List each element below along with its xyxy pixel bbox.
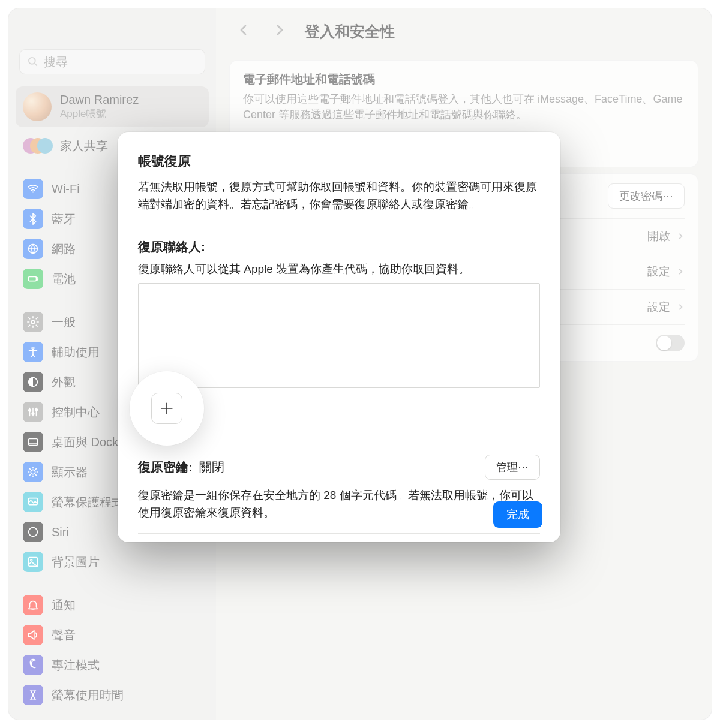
sidebar-item-wallpaper[interactable]: 背景圖片 [16, 547, 209, 577]
svg-rect-4 [29, 276, 37, 281]
email-phone-heading: 電子郵件地址和電話號碼 [243, 71, 685, 88]
sidebar-item-label: 顯示器 [52, 464, 88, 480]
chevron-left-icon [236, 23, 251, 37]
svg-point-6 [31, 320, 35, 324]
sidebar-item-label: 專注模式 [52, 657, 100, 673]
family-label: 家人共享 [60, 138, 108, 154]
change-password-button[interactable]: 更改密碼⋯ [608, 183, 685, 209]
sidebar-item-label: 控制中心 [52, 404, 100, 420]
sidebar-item-label: 一般 [52, 314, 76, 330]
row-open[interactable]: 開啟 [647, 228, 685, 244]
gear-icon [23, 312, 43, 332]
add-button-highlight [130, 371, 204, 446]
page-title: 登入和安全性 [305, 22, 395, 41]
row-setup-2[interactable]: 設定 [647, 299, 685, 315]
sidebar-item-label: Wi-Fi [52, 182, 80, 196]
wifi-icon [23, 179, 43, 199]
done-button[interactable]: 完成 [493, 501, 542, 528]
svg-point-12 [32, 413, 34, 415]
back-button[interactable] [233, 19, 254, 43]
row-setup-1[interactable]: 設定 [647, 264, 685, 279]
recovery-contacts-list [138, 283, 540, 388]
sound-icon [23, 625, 43, 645]
svg-point-19 [29, 528, 38, 537]
chevron-right-icon [272, 23, 287, 37]
svg-point-21 [31, 559, 32, 561]
sidebar-item-label: 電池 [52, 271, 76, 287]
control-icon [23, 402, 43, 422]
add-recovery-contact-button[interactable] [151, 393, 182, 424]
svg-point-7 [32, 347, 34, 350]
sidebar-item-label: 螢幕保護程式 [52, 494, 124, 510]
forward-button[interactable] [269, 19, 290, 43]
account-recovery-modal: 帳號復原 若無法取用帳號，復原方式可幫助你取回帳號和資料。你的裝置密碼可用來復原… [118, 132, 560, 542]
recovery-key-desc: 復原密鑰是一組你保存在安全地方的 28 個字元代碼。若無法取用帳號，你可以使用復… [138, 487, 540, 521]
svg-point-0 [29, 58, 35, 64]
sidebar-item-label: 背景圖片 [52, 554, 100, 570]
search-placeholder: 搜尋 [44, 54, 68, 70]
account-name: Dawn Ramirez [60, 93, 139, 107]
hourglass-icon [23, 685, 43, 705]
sidebar-item-label: 藍牙 [52, 211, 76, 227]
sidebar-item-label: 輔助使用 [52, 344, 100, 360]
recovery-contacts-desc: 復原聯絡人可以從其 Apple 裝置為你產生代碼，協助你取回資料。 [138, 261, 540, 277]
sidebar-account-row[interactable]: Dawn Ramirez Apple帳號 [16, 86, 209, 127]
focus-icon [23, 655, 43, 675]
recovery-key-status: 關閉 [199, 460, 224, 474]
account-subtitle: Apple帳號 [60, 107, 139, 121]
avatar [23, 92, 52, 121]
recovery-contacts-heading: 復原聯絡人: [138, 239, 540, 255]
recovery-key-heading: 復原密鑰: [138, 460, 193, 474]
chevron-right-icon [676, 267, 685, 276]
sidebar-item-sound[interactable]: 聲音 [16, 620, 209, 650]
sidebar-item-label: 通知 [52, 597, 76, 613]
sidebar-item-label: 桌面與 Dock [52, 434, 118, 450]
bell-icon [23, 595, 43, 615]
screensaver-icon [23, 492, 43, 512]
manage-recovery-key-button[interactable]: 管理⋯ [485, 455, 540, 480]
sidebar-item-label: 外觀 [52, 374, 76, 390]
siri-icon [23, 522, 43, 542]
svg-point-17 [31, 470, 35, 474]
svg-rect-15 [29, 439, 38, 446]
search-input[interactable]: 搜尋 [19, 49, 205, 74]
sidebar-item-label: 網路 [52, 241, 76, 257]
bluetooth-icon [23, 209, 43, 229]
appearance-icon [23, 372, 43, 392]
sidebar-item-label: 聲音 [52, 627, 76, 643]
svg-line-1 [35, 64, 37, 66]
chevron-right-icon [676, 303, 685, 311]
sidebar-item-hourglass[interactable]: 螢幕使用時間 [16, 680, 209, 710]
chevron-right-icon [676, 232, 685, 240]
family-icon [23, 137, 52, 155]
svg-rect-5 [37, 278, 38, 280]
modal-description: 若無法取用帳號，復原方式可幫助你取回帳號和資料。你的裝置密碼可用來復原端對端加密… [138, 179, 540, 213]
display-icon [23, 462, 43, 482]
plus-icon [159, 401, 175, 416]
svg-point-14 [35, 409, 38, 411]
settings-window: 搜尋 Dawn Ramirez Apple帳號 家人共享 Wi-Fi藍牙網路電池… [8, 8, 712, 720]
wallpaper-icon [23, 552, 43, 572]
dock-icon [23, 432, 43, 452]
accessibility-icon [23, 342, 43, 362]
sidebar-item-bell[interactable]: 通知 [16, 590, 209, 620]
svg-point-10 [29, 409, 31, 411]
divider [138, 441, 540, 441]
search-icon [27, 56, 39, 68]
divider [138, 225, 540, 225]
battery-icon [23, 269, 43, 289]
sidebar-item-focus[interactable]: 專注模式 [16, 650, 209, 680]
modal-title: 帳號復原 [138, 152, 540, 170]
content-header: 登入和安全性 [216, 8, 712, 54]
email-phone-desc: 你可以使用這些電子郵件地址和電話號碼登入，其他人也可在 iMessage、Fac… [243, 91, 685, 122]
divider [138, 533, 540, 534]
sidebar-item-label: Siri [52, 525, 69, 539]
toggle-switch[interactable] [656, 335, 685, 351]
globe-icon [23, 239, 43, 259]
svg-point-2 [32, 191, 34, 192]
sidebar-item-label: 螢幕使用時間 [52, 687, 124, 703]
